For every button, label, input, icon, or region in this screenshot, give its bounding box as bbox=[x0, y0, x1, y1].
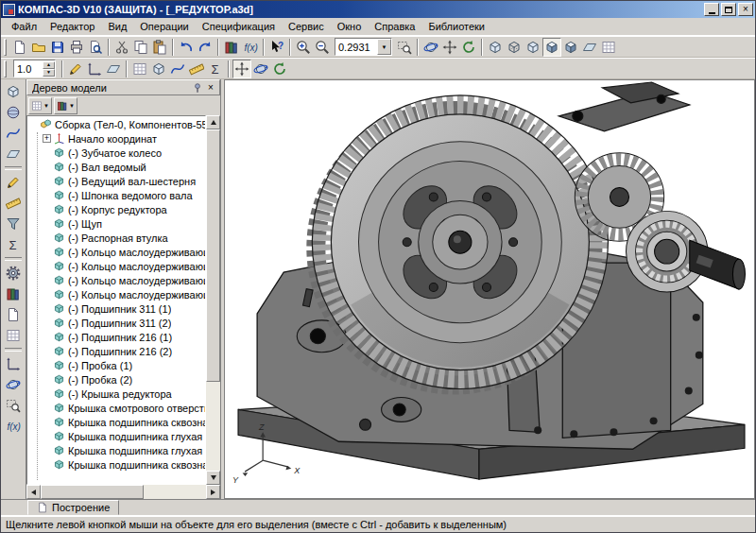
close-panel-button[interactable]: × bbox=[204, 81, 217, 94]
tree-item-origin[interactable]: + Начало координат bbox=[29, 131, 205, 146]
tree-item[interactable]: (-) Подшипник 216 (1) bbox=[29, 330, 205, 344]
spatial-curve-button[interactable] bbox=[168, 60, 187, 78]
scroll-right-button[interactable] bbox=[206, 485, 220, 499]
tree-composition-button[interactable]: ▼ bbox=[54, 97, 77, 114]
sketch-tool-button[interactable] bbox=[3, 172, 24, 193]
scroll-down-button[interactable] bbox=[206, 471, 220, 485]
spin-up-button[interactable]: ▲ bbox=[43, 61, 55, 69]
tree-structure-button[interactable]: ▼ bbox=[28, 97, 52, 114]
tree-expander[interactable] bbox=[43, 304, 51, 313]
new-sheet-button[interactable] bbox=[3, 304, 24, 325]
grid-button[interactable] bbox=[3, 325, 24, 346]
shaded-button[interactable] bbox=[542, 38, 561, 57]
zoom-scale-combo[interactable]: 0.2931 ▼ bbox=[335, 38, 392, 56]
rotate-view-button[interactable] bbox=[421, 38, 440, 57]
tree-expander[interactable] bbox=[43, 205, 51, 214]
surface-modeling-button[interactable] bbox=[3, 102, 24, 123]
minimize-button[interactable] bbox=[704, 3, 719, 16]
pan-tool-button[interactable] bbox=[232, 60, 251, 78]
tree-expander[interactable] bbox=[43, 262, 51, 270]
tree-item[interactable]: Крышка подшипника сквозная bbox=[29, 415, 205, 429]
measure-button[interactable] bbox=[187, 60, 206, 78]
tree-item[interactable]: (-) Подшипник 311 (2) bbox=[29, 316, 205, 330]
tree-item[interactable]: (-) Корпус редуктора bbox=[29, 202, 205, 216]
perspective-button[interactable] bbox=[580, 38, 599, 57]
undo-button[interactable] bbox=[177, 38, 196, 57]
tree-item[interactable]: (-) Зубчатое колесо bbox=[29, 146, 205, 160]
libraries-button[interactable] bbox=[3, 284, 24, 304]
tree-expander[interactable] bbox=[43, 318, 51, 327]
tree-item[interactable]: (-) Пробка (2) bbox=[29, 372, 205, 387]
menu-item-libraries[interactable]: Библиотеки bbox=[421, 19, 491, 34]
tree-expander[interactable] bbox=[43, 163, 51, 171]
menu-item-file[interactable]: Файл bbox=[5, 19, 43, 34]
tree-item[interactable]: (-) Распорная втулка bbox=[29, 231, 205, 245]
tree-vertical-scrollbar[interactable] bbox=[206, 115, 220, 485]
copy-button[interactable] bbox=[131, 38, 150, 57]
toolbar-grip[interactable] bbox=[4, 60, 7, 77]
print-preview-button[interactable] bbox=[86, 38, 105, 57]
menu-item-specification[interactable]: Спецификация bbox=[196, 19, 282, 34]
tree-item[interactable]: Крышка смотрового отверстия bbox=[29, 401, 205, 415]
print-button[interactable] bbox=[67, 38, 86, 57]
tree-item[interactable]: Крышка подшипника глухая bbox=[29, 429, 205, 443]
variables-panel-button[interactable] bbox=[3, 416, 24, 437]
orbit-button[interactable] bbox=[3, 374, 24, 395]
orientation-list-button[interactable] bbox=[149, 60, 168, 78]
tree-expander[interactable] bbox=[43, 446, 51, 455]
grid-toggle-button[interactable] bbox=[130, 60, 149, 78]
orientation-button[interactable] bbox=[486, 38, 505, 57]
tree-expander[interactable] bbox=[43, 389, 51, 398]
hidden-lines-button[interactable] bbox=[524, 38, 542, 57]
shaded-wireframe-button[interactable] bbox=[561, 38, 580, 57]
model-tree[interactable]: Сборка (Тел-0, Компонентов-55) + Начало … bbox=[26, 115, 206, 485]
tree-item-assembly[interactable]: Сборка (Тел-0, Компонентов-55) bbox=[29, 117, 205, 131]
tree-expander[interactable] bbox=[43, 418, 51, 426]
open-button[interactable] bbox=[29, 38, 48, 57]
increment-combo[interactable]: 1.0 ▲ ▼ bbox=[13, 60, 56, 77]
tree-item[interactable]: (-) Кольцо маслоудерживающее 2 (1) bbox=[29, 259, 205, 273]
local-csys-button[interactable] bbox=[85, 60, 104, 78]
tree-panel-header[interactable]: Дерево модели × bbox=[26, 79, 220, 95]
pin-panel-button[interactable] bbox=[191, 81, 204, 94]
tree-expander[interactable] bbox=[43, 276, 51, 284]
tree-expander[interactable] bbox=[43, 347, 51, 355]
tree-expander[interactable] bbox=[43, 432, 51, 440]
construction-plane-button[interactable] bbox=[104, 60, 123, 78]
zoom-out-button[interactable] bbox=[313, 38, 332, 57]
save-button[interactable] bbox=[48, 38, 67, 57]
tree-item[interactable]: (-) Подшипник 216 (2) bbox=[29, 344, 205, 358]
tree-expander[interactable] bbox=[43, 148, 51, 157]
combo-dropdown-button[interactable]: ▼ bbox=[377, 39, 391, 55]
tree-expander[interactable] bbox=[43, 191, 51, 199]
scrollbar-thumb[interactable] bbox=[41, 485, 144, 499]
scroll-up-button[interactable] bbox=[206, 115, 220, 129]
specification-button[interactable] bbox=[3, 234, 24, 255]
menu-item-editor[interactable]: Редактор bbox=[43, 19, 101, 34]
paste-button[interactable] bbox=[150, 38, 169, 57]
scrollbar-track[interactable] bbox=[206, 129, 220, 471]
toolbar-grip[interactable] bbox=[4, 39, 7, 56]
titlebar[interactable]: КОМПАС-3D V10 (ЗАЩИТА) - [_РЕДУКТОР.a3d]… bbox=[1, 1, 755, 18]
tree-expander[interactable] bbox=[29, 120, 38, 129]
tree-item[interactable]: (-) Кольцо маслоудерживающее 1 (1) bbox=[29, 245, 205, 259]
scrollbar-track[interactable] bbox=[41, 485, 206, 499]
tree-item[interactable]: (-) Шпонка ведомого вала bbox=[29, 188, 205, 202]
tree-expander[interactable] bbox=[43, 404, 51, 412]
tree-item[interactable]: (-) Ведущий вал-шестерня bbox=[29, 174, 205, 188]
coordinate-systems-button[interactable] bbox=[3, 353, 24, 374]
tree-expander[interactable] bbox=[43, 333, 51, 341]
settings-button[interactable] bbox=[3, 263, 24, 284]
close-button[interactable]: × bbox=[738, 3, 753, 16]
cut-button[interactable] bbox=[112, 38, 131, 57]
wireframe-button[interactable] bbox=[505, 38, 524, 57]
filters-button[interactable] bbox=[3, 214, 24, 234]
variables-button[interactable] bbox=[241, 38, 260, 57]
scroll-left-button[interactable] bbox=[26, 485, 41, 499]
redo-button[interactable] bbox=[196, 38, 215, 57]
tree-item[interactable]: (-) Кольцо маслоудерживающее 2 (2) bbox=[29, 287, 205, 301]
tree-item[interactable]: Крышка подшипника глухая bbox=[29, 443, 205, 457]
solid-modeling-button[interactable] bbox=[3, 81, 24, 102]
spatial-curves-button[interactable] bbox=[3, 123, 24, 144]
spin-down-button[interactable]: ▼ bbox=[43, 69, 55, 77]
